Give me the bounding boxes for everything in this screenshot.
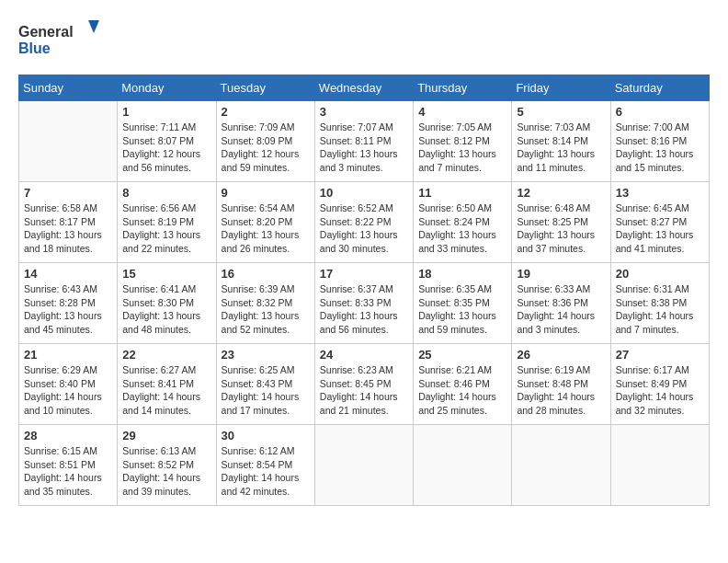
header-wednesday: Wednesday (314, 75, 413, 101)
week-row-1: 1Sunrise: 7:11 AM Sunset: 8:07 PM Daylig… (19, 101, 710, 182)
logo-svg: General Blue (18, 18, 101, 60)
calendar-cell: 15Sunrise: 6:41 AM Sunset: 8:30 PM Dayli… (118, 263, 216, 344)
day-number: 15 (122, 267, 210, 281)
header-tuesday: Tuesday (216, 75, 314, 101)
calendar-cell: 13Sunrise: 6:45 AM Sunset: 8:27 PM Dayli… (610, 182, 709, 263)
calendar-cell: 2Sunrise: 7:09 AM Sunset: 8:09 PM Daylig… (216, 101, 314, 182)
svg-text:General: General (18, 24, 74, 40)
calendar-cell (610, 425, 709, 506)
svg-marker-2 (88, 20, 99, 33)
week-row-4: 21Sunrise: 6:29 AM Sunset: 8:40 PM Dayli… (19, 344, 710, 425)
day-info: Sunrise: 7:03 AM Sunset: 8:14 PM Dayligh… (517, 121, 605, 175)
calendar-cell: 10Sunrise: 6:52 AM Sunset: 8:22 PM Dayli… (314, 182, 413, 263)
calendar-cell: 22Sunrise: 6:27 AM Sunset: 8:41 PM Dayli… (118, 344, 216, 425)
header-friday: Friday (512, 75, 610, 101)
day-number: 5 (517, 105, 605, 119)
day-info: Sunrise: 6:29 AM Sunset: 8:40 PM Dayligh… (24, 363, 112, 418)
calendar-cell: 18Sunrise: 6:35 AM Sunset: 8:35 PM Dayli… (414, 263, 512, 344)
day-number: 18 (418, 267, 506, 281)
day-number: 17 (320, 267, 408, 281)
day-info: Sunrise: 6:17 AM Sunset: 8:49 PM Dayligh… (616, 363, 704, 418)
day-number: 24 (320, 348, 408, 362)
week-row-3: 14Sunrise: 6:43 AM Sunset: 8:28 PM Dayli… (19, 263, 710, 344)
day-info: Sunrise: 6:23 AM Sunset: 8:45 PM Dayligh… (320, 363, 408, 418)
calendar-cell: 24Sunrise: 6:23 AM Sunset: 8:45 PM Dayli… (314, 344, 413, 425)
calendar-cell: 11Sunrise: 6:50 AM Sunset: 8:24 PM Dayli… (414, 182, 512, 263)
day-info: Sunrise: 6:13 AM Sunset: 8:52 PM Dayligh… (122, 444, 210, 499)
day-info: Sunrise: 6:37 AM Sunset: 8:33 PM Dayligh… (320, 282, 408, 337)
calendar-cell (19, 101, 118, 182)
day-number: 19 (517, 267, 605, 281)
day-number: 23 (222, 348, 310, 362)
svg-text:Blue: Blue (18, 40, 51, 56)
calendar-cell: 14Sunrise: 6:43 AM Sunset: 8:28 PM Dayli… (19, 263, 118, 344)
week-row-2: 7Sunrise: 6:58 AM Sunset: 8:17 PM Daylig… (19, 182, 710, 263)
day-info: Sunrise: 6:45 AM Sunset: 8:27 PM Dayligh… (616, 201, 704, 256)
day-number: 6 (616, 105, 704, 119)
day-info: Sunrise: 6:27 AM Sunset: 8:41 PM Dayligh… (122, 363, 210, 418)
calendar-table: SundayMondayTuesdayWednesdayThursdayFrid… (18, 75, 710, 506)
day-number: 3 (320, 105, 408, 119)
calendar-cell: 28Sunrise: 6:15 AM Sunset: 8:51 PM Dayli… (19, 425, 118, 506)
day-number: 13 (616, 186, 704, 200)
calendar-cell: 30Sunrise: 6:12 AM Sunset: 8:54 PM Dayli… (216, 425, 314, 506)
header-thursday: Thursday (414, 75, 512, 101)
day-info: Sunrise: 6:31 AM Sunset: 8:38 PM Dayligh… (616, 282, 704, 337)
calendar-cell: 29Sunrise: 6:13 AM Sunset: 8:52 PM Dayli… (118, 425, 216, 506)
calendar-cell: 3Sunrise: 7:07 AM Sunset: 8:11 PM Daylig… (314, 101, 413, 182)
calendar-cell: 21Sunrise: 6:29 AM Sunset: 8:40 PM Dayli… (19, 344, 118, 425)
calendar-cell: 4Sunrise: 7:05 AM Sunset: 8:12 PM Daylig… (414, 101, 512, 182)
day-number: 26 (517, 348, 605, 362)
day-info: Sunrise: 6:39 AM Sunset: 8:32 PM Dayligh… (222, 282, 310, 337)
day-info: Sunrise: 7:09 AM Sunset: 8:09 PM Dayligh… (222, 121, 310, 175)
header-sunday: Sunday (19, 75, 118, 101)
day-info: Sunrise: 7:05 AM Sunset: 8:12 PM Dayligh… (418, 121, 506, 175)
day-info: Sunrise: 6:33 AM Sunset: 8:36 PM Dayligh… (517, 282, 605, 337)
calendar-cell (414, 425, 512, 506)
day-info: Sunrise: 6:25 AM Sunset: 8:43 PM Dayligh… (222, 363, 310, 418)
day-number: 4 (418, 105, 506, 119)
day-info: Sunrise: 6:58 AM Sunset: 8:17 PM Dayligh… (24, 201, 112, 256)
calendar-cell: 5Sunrise: 7:03 AM Sunset: 8:14 PM Daylig… (512, 101, 610, 182)
day-info: Sunrise: 6:19 AM Sunset: 8:48 PM Dayligh… (517, 363, 605, 418)
header-monday: Monday (118, 75, 216, 101)
day-number: 12 (517, 186, 605, 200)
day-info: Sunrise: 6:56 AM Sunset: 8:19 PM Dayligh… (122, 201, 210, 256)
day-number: 11 (418, 186, 506, 200)
day-number: 20 (616, 267, 704, 281)
calendar-cell: 8Sunrise: 6:56 AM Sunset: 8:19 PM Daylig… (118, 182, 216, 263)
day-number: 21 (24, 348, 112, 362)
day-info: Sunrise: 6:43 AM Sunset: 8:28 PM Dayligh… (24, 282, 112, 337)
page-header: General Blue (18, 18, 710, 60)
day-number: 28 (24, 429, 112, 442)
calendar-cell: 16Sunrise: 6:39 AM Sunset: 8:32 PM Dayli… (216, 263, 314, 344)
calendar-cell: 7Sunrise: 6:58 AM Sunset: 8:17 PM Daylig… (19, 182, 118, 263)
day-info: Sunrise: 6:35 AM Sunset: 8:35 PM Dayligh… (418, 282, 506, 337)
calendar-cell: 19Sunrise: 6:33 AM Sunset: 8:36 PM Dayli… (512, 263, 610, 344)
header-saturday: Saturday (610, 75, 709, 101)
day-info: Sunrise: 6:48 AM Sunset: 8:25 PM Dayligh… (517, 201, 605, 256)
day-info: Sunrise: 6:50 AM Sunset: 8:24 PM Dayligh… (418, 201, 506, 256)
day-info: Sunrise: 6:12 AM Sunset: 8:54 PM Dayligh… (222, 444, 310, 499)
calendar-cell (314, 425, 413, 506)
logo: General Blue (18, 18, 101, 60)
calendar-cell: 9Sunrise: 6:54 AM Sunset: 8:20 PM Daylig… (216, 182, 314, 263)
day-number: 25 (418, 348, 506, 362)
day-number: 30 (222, 429, 310, 442)
calendar-cell: 26Sunrise: 6:19 AM Sunset: 8:48 PM Dayli… (512, 344, 610, 425)
day-info: Sunrise: 7:07 AM Sunset: 8:11 PM Dayligh… (320, 121, 408, 175)
calendar-cell: 17Sunrise: 6:37 AM Sunset: 8:33 PM Dayli… (314, 263, 413, 344)
day-number: 9 (222, 186, 310, 200)
day-number: 22 (122, 348, 210, 362)
day-info: Sunrise: 6:15 AM Sunset: 8:51 PM Dayligh… (24, 444, 112, 499)
calendar-cell: 1Sunrise: 7:11 AM Sunset: 8:07 PM Daylig… (118, 101, 216, 182)
day-info: Sunrise: 6:21 AM Sunset: 8:46 PM Dayligh… (418, 363, 506, 418)
day-number: 27 (616, 348, 704, 362)
calendar-cell: 12Sunrise: 6:48 AM Sunset: 8:25 PM Dayli… (512, 182, 610, 263)
day-info: Sunrise: 7:11 AM Sunset: 8:07 PM Dayligh… (122, 121, 210, 175)
day-info: Sunrise: 6:52 AM Sunset: 8:22 PM Dayligh… (320, 201, 408, 256)
calendar-cell: 23Sunrise: 6:25 AM Sunset: 8:43 PM Dayli… (216, 344, 314, 425)
day-number: 16 (222, 267, 310, 281)
calendar-cell (512, 425, 610, 506)
calendar-cell: 27Sunrise: 6:17 AM Sunset: 8:49 PM Dayli… (610, 344, 709, 425)
